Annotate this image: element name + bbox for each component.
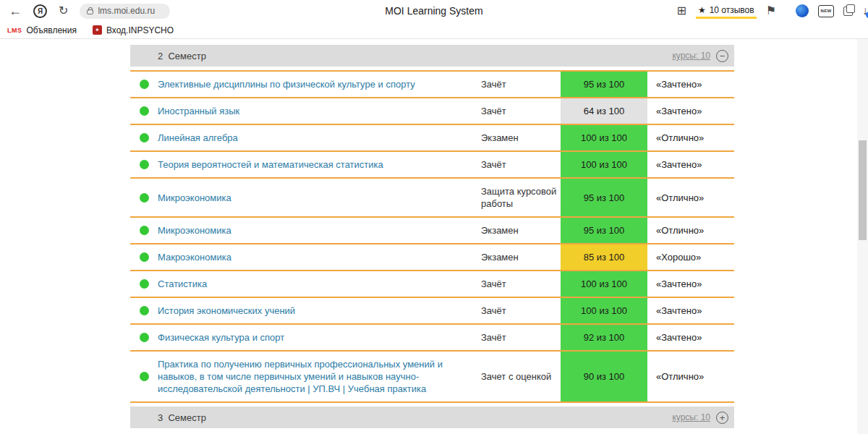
course-link[interactable]: Практика по получению первичных професси… — [158, 358, 471, 395]
browser-logo-icon[interactable] — [796, 4, 809, 17]
grade-text: «Отлично» — [647, 218, 734, 243]
assessment-type: Зачёт — [481, 298, 561, 323]
score-badge: 100 из 100 — [561, 298, 647, 323]
courses-count-link[interactable]: курсы: 10 — [672, 51, 710, 61]
toolbar-right-cluster: ⊞ ★ 10 отзывов ⚑ NEW ↓ — [672, 0, 867, 22]
grade-text: «Зачтено» — [647, 98, 734, 124]
score-badge: 100 из 100 — [561, 125, 647, 150]
status-dot-icon — [140, 333, 149, 342]
assessment-type: Зачёт — [481, 72, 561, 97]
score-badge: 92 из 100 — [561, 325, 647, 350]
yandex-logo-icon[interactable]: Я — [33, 4, 47, 18]
status-dot-icon — [140, 160, 149, 169]
score-badge: 95 из 100 — [561, 218, 647, 243]
bookmark-label: Вход.INPSYCHO — [106, 25, 174, 35]
courses-count-link[interactable]: курсы: 10 — [672, 412, 710, 422]
assessment-type: Экзамен — [481, 244, 561, 270]
course-link[interactable]: Физическая культура и спорт — [158, 331, 284, 344]
assessment-type: Зачёт — [481, 325, 561, 350]
table-row: Иностранный язык Зачёт 64 из 100 «Зачтен… — [130, 98, 734, 125]
browser-window: ← Я ↻ lms.moi.edu.ru MOI Learning System… — [0, 0, 868, 434]
star-icon: ★ — [698, 5, 706, 15]
course-link[interactable]: История экономических учений — [158, 305, 295, 317]
course-link[interactable]: Линейная алгебра — [158, 132, 238, 144]
assessment-type: Экзамен — [481, 125, 561, 150]
grade-text: «Отлично» — [647, 179, 734, 216]
vertical-scrollbar[interactable] — [857, 39, 868, 434]
bookmark-announcements[interactable]: LMS Объявления — [7, 25, 77, 35]
assessment-type: Зачет с оценкой — [481, 352, 561, 401]
table-row: Линейная алгебра Экзамен 100 из 100 «Отл… — [130, 125, 734, 152]
url-text: lms.moi.edu.ru — [98, 6, 155, 16]
score-badge: 64 из 100 — [561, 98, 647, 124]
grade-text: «Хорошо» — [647, 244, 734, 270]
assessment-type: Экзамен — [481, 218, 561, 243]
status-dot-icon — [140, 372, 149, 381]
rows-container: Элективные дисциплины по физической куль… — [130, 70, 734, 403]
table-row: Статистика Зачёт 100 из 100 «Зачтено» — [130, 271, 734, 298]
collections-icon[interactable] — [843, 7, 853, 16]
collapse-icon[interactable]: − — [716, 50, 728, 62]
assessment-type: Защита курсовой работы — [481, 179, 561, 216]
address-bar[interactable]: lms.moi.edu.ru — [80, 4, 170, 19]
lms-logo-icon: LMS — [7, 27, 22, 34]
grades-table: 2 Семестр курсы: 10 − Элективные дисципл… — [130, 45, 734, 428]
semester-title: 3 Семестр — [158, 412, 206, 423]
course-link[interactable]: Иностранный язык — [158, 105, 239, 117]
inpsycho-logo-icon: ✦ — [93, 25, 102, 35]
course-link[interactable]: Теория вероятностей и математическая ста… — [158, 158, 383, 171]
score-badge: 90 из 100 — [561, 352, 647, 401]
status-dot-icon — [140, 133, 149, 142]
grade-text: «Зачтено» — [647, 298, 734, 323]
bookmark-inpsycho[interactable]: ✦ Вход.INPSYCHO — [93, 25, 174, 35]
score-badge: 100 из 100 — [561, 271, 647, 297]
table-row: История экономических учений Зачёт 100 и… — [130, 298, 734, 325]
status-dot-icon — [140, 279, 149, 289]
status-dot-icon — [140, 306, 149, 315]
bookmark-flag-icon[interactable]: ⚑ — [766, 5, 776, 17]
score-badge: 100 из 100 — [561, 152, 647, 177]
grade-text: «Отлично» — [647, 352, 734, 401]
reviews-label: 10 отзывов — [710, 5, 754, 15]
tab-groups-icon[interactable]: ⊞ — [676, 5, 686, 17]
scrollbar-thumb[interactable] — [859, 140, 867, 240]
course-link[interactable]: Микроэкономика — [158, 192, 231, 204]
status-dot-icon — [140, 226, 149, 235]
back-icon[interactable]: ← — [9, 4, 22, 17]
table-row: Теория вероятностей и математическая ста… — [130, 152, 734, 179]
score-badge: 85 из 100 — [561, 244, 647, 270]
downloads-button[interactable]: ↓ — [862, 4, 868, 17]
table-row: Макроэкономика Экзамен 85 из 100 «Хорошо… — [130, 244, 734, 271]
refresh-icon[interactable]: ↻ — [59, 5, 68, 17]
course-link[interactable]: Микроэкономика — [158, 224, 231, 237]
bookmark-label: Объявления — [27, 25, 77, 35]
course-link[interactable]: Макроэкономика — [158, 251, 231, 263]
course-link[interactable]: Элективные дисциплины по физической куль… — [158, 78, 415, 90]
table-row: Элективные дисциплины по физической куль… — [130, 72, 734, 98]
grade-text: «Зачтено» — [647, 152, 734, 177]
new-extension-icon[interactable]: NEW — [818, 5, 834, 17]
lock-icon — [87, 9, 93, 14]
reviews-button[interactable]: ★ 10 отзывов — [696, 3, 757, 19]
table-row: Практика по получению первичных професси… — [130, 352, 734, 403]
semester-header: 2 Семестр курсы: 10 − — [130, 45, 734, 67]
grade-text: «Зачтено» — [647, 72, 734, 97]
grade-text: «Зачтено» — [647, 325, 734, 350]
assessment-type: Зачёт — [481, 152, 561, 177]
status-dot-icon — [140, 106, 149, 116]
bookmarks-bar: LMS Объявления ✦ Вход.INPSYCHO — [0, 22, 868, 39]
course-link[interactable]: Статистика — [158, 278, 207, 290]
status-dot-icon — [140, 80, 149, 89]
status-dot-icon — [140, 193, 149, 203]
score-badge: 95 из 100 — [561, 179, 647, 216]
expand-icon[interactable]: + — [716, 412, 728, 424]
score-badge: 95 из 100 — [561, 72, 647, 97]
semester-title: 2 Семестр — [158, 51, 206, 61]
grade-text: «Отлично» — [647, 125, 734, 150]
status-dot-icon — [140, 252, 149, 262]
table-row: Физическая культура и спорт Зачёт 92 из … — [130, 325, 734, 352]
table-row: Микроэкономика Экзамен 95 из 100 «Отличн… — [130, 218, 734, 244]
assessment-type: Зачёт — [481, 98, 561, 124]
table-row: Микроэкономика Защита курсовой работы 95… — [130, 179, 734, 218]
grade-text: «Зачтено» — [647, 271, 734, 297]
